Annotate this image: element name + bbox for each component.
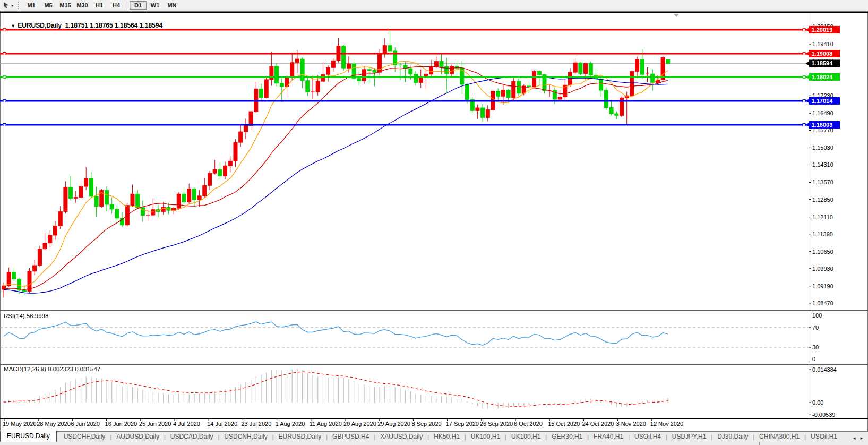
svg-text:0.014384: 0.014384 <box>812 366 837 373</box>
svg-text:1.16490: 1.16490 <box>812 110 833 116</box>
price-tag-1.16003: 1.16003 <box>806 121 840 129</box>
chart-tab-xauusd-daily[interactable]: XAUUSD,Daily <box>375 432 427 442</box>
svg-text:1.09930: 1.09930 <box>812 266 833 272</box>
svg-text:6 Jun 2020: 6 Jun 2020 <box>71 421 99 427</box>
timeframe-button-d1[interactable]: D1 <box>130 1 147 10</box>
svg-text:1.18024: 1.18024 <box>812 74 833 80</box>
chart-tab-uk100-h1[interactable]: UK100,H1 <box>506 432 545 442</box>
chart-tab-eurusd-daily[interactable]: EURUSD,Daily <box>0 431 57 442</box>
svg-text:1.18594: 1.18594 <box>812 60 833 66</box>
svg-text:1.13570: 1.13570 <box>812 179 833 185</box>
timeframe-button-m5[interactable]: M5 <box>40 1 57 10</box>
tab-scroll-right-icon[interactable]: ► <box>860 436 864 441</box>
svg-text:16 Jun 2020: 16 Jun 2020 <box>105 421 137 427</box>
status-strip <box>0 442 868 445</box>
svg-text:15 Oct 2020: 15 Oct 2020 <box>548 421 580 427</box>
timeframe-button-m1[interactable]: M1 <box>23 1 40 10</box>
chart-tab-china300-h1[interactable]: CHINA300,H1 <box>754 432 804 442</box>
svg-text:19 May 2020: 19 May 2020 <box>3 421 37 427</box>
timeframe-button-w1[interactable]: W1 <box>147 1 164 10</box>
svg-text:25 Jun 2020: 25 Jun 2020 <box>139 421 171 427</box>
chart-tab-usoil-h1[interactable]: USOil,H1 <box>806 432 842 442</box>
chart-tab-usdjpy-h1[interactable]: USDJPY,H1 <box>667 432 711 442</box>
svg-text:1.17014: 1.17014 <box>812 98 833 104</box>
timeframe-button-m30[interactable]: M30 <box>74 1 91 10</box>
svg-text:1.08470: 1.08470 <box>812 300 833 306</box>
chart-canvas[interactable]: 1.201501.194101.186901.179501.172301.164… <box>0 11 868 432</box>
svg-text:28 May 2020: 28 May 2020 <box>37 421 71 427</box>
svg-text:1.16003: 1.16003 <box>812 122 833 128</box>
timeframe-button-h4[interactable]: H4 <box>108 1 125 10</box>
chart-tab-audusd-daily[interactable]: AUDUSD,Daily <box>111 432 164 442</box>
svg-text:0: 0 <box>812 356 815 362</box>
svg-text:3 Nov 2020: 3 Nov 2020 <box>616 421 646 427</box>
svg-text:29 Aug 2020: 29 Aug 2020 <box>377 421 410 427</box>
timeframe-button-h1[interactable]: H1 <box>91 1 108 10</box>
chart-tab-uk100-h1[interactable]: UK100,H1 <box>466 432 505 442</box>
svg-text:1.10650: 1.10650 <box>812 249 833 255</box>
price-tag-1.18024: 1.18024 <box>806 73 840 81</box>
chart-tab-hk50-h1[interactable]: HK50,H1 <box>429 432 465 442</box>
chart-tab-usdchf-daily[interactable]: USDCHF,Daily <box>59 432 110 442</box>
svg-text:1.09190: 1.09190 <box>812 283 833 289</box>
chart-tab-bar: EURUSD,DailyUSDCHF,Daily|AUDUSD,Daily|US… <box>0 432 868 442</box>
svg-text:1.14310: 1.14310 <box>812 161 833 168</box>
svg-text:4 Jul 2020: 4 Jul 2020 <box>173 421 200 427</box>
toolbar-separator <box>127 2 127 10</box>
chart-tab-fra40-h1[interactable]: FRA40,H1 <box>589 432 628 442</box>
svg-text:17 Sep 2020: 17 Sep 2020 <box>446 421 479 427</box>
toolbar-grip-handle[interactable] <box>18 2 19 9</box>
svg-text:1.12850: 1.12850 <box>812 196 833 203</box>
svg-text:1.15030: 1.15030 <box>812 144 833 151</box>
chart-tab-usdcad-daily[interactable]: USDCAD,Daily <box>166 432 218 442</box>
svg-text:1.11390: 1.11390 <box>812 231 833 237</box>
chart-tab-ger30-h1[interactable]: GER30,H1 <box>547 432 587 442</box>
svg-text:12 Nov 2020: 12 Nov 2020 <box>650 421 683 427</box>
svg-text:1.19008: 1.19008 <box>812 50 833 57</box>
svg-text:23 Jul 2020: 23 Jul 2020 <box>241 421 271 427</box>
svg-text:6 Oct 2020: 6 Oct 2020 <box>514 421 543 427</box>
svg-text:20 Aug 2020: 20 Aug 2020 <box>343 421 376 427</box>
svg-text:8 Sep 2020: 8 Sep 2020 <box>411 421 441 427</box>
svg-text:26 Sep 2020: 26 Sep 2020 <box>480 421 513 427</box>
timeframe-button-group: M1M5M15M30H1H4D1W1MN <box>23 0 181 11</box>
svg-text:-0.00539: -0.00539 <box>812 412 835 418</box>
chart-window: 1.201501.194101.186901.179501.172301.164… <box>0 11 868 432</box>
timeframe-button-m15[interactable]: M15 <box>57 1 74 10</box>
svg-text:11 Aug 2020: 11 Aug 2020 <box>310 421 342 427</box>
chart-tab-dj30-daily[interactable]: DJ30,Daily <box>712 432 753 442</box>
svg-text:1.20019: 1.20019 <box>812 27 833 33</box>
chart-tab-eurusd-daily[interactable]: EURUSD,Daily <box>274 432 326 442</box>
svg-text:1.19410: 1.19410 <box>812 41 833 47</box>
price-tag-1.19008: 1.19008 <box>806 50 840 57</box>
svg-text:14 Jul 2020: 14 Jul 2020 <box>207 421 237 427</box>
price-tag-1.17014: 1.17014 <box>806 97 840 105</box>
cursor-dropdown-caret-icon[interactable]: ▾ <box>11 3 13 8</box>
chart-tab-usdcnh-daily[interactable]: USDCNH,Daily <box>219 432 272 442</box>
timeframe-button-mn[interactable]: MN <box>164 1 181 10</box>
chart-tab-usoil-h4[interactable]: USOil,H4 <box>630 432 666 442</box>
svg-text:1.12110: 1.12110 <box>812 214 833 220</box>
svg-text:24 Oct 2020: 24 Oct 2020 <box>582 421 614 427</box>
svg-text:30: 30 <box>812 344 819 350</box>
chart-tab-gbpusd-h4[interactable]: GBPUSD,H4 <box>328 432 374 442</box>
tab-scroll-left-icon[interactable]: ◄ <box>852 436 856 441</box>
price-tag-1.20019: 1.20019 <box>806 26 840 33</box>
svg-text:100: 100 <box>812 312 822 319</box>
svg-text:0.00: 0.00 <box>812 399 823 406</box>
tab-scroll-controls: ◄ ► <box>852 436 868 442</box>
toolbar: ▾ M1M5M15M30H1H4D1W1MN <box>0 0 868 11</box>
svg-text:70: 70 <box>812 324 819 331</box>
current-price-tag: 1.18594 <box>806 59 840 67</box>
svg-text:1 Aug 2020: 1 Aug 2020 <box>276 421 305 427</box>
cursor-tool-icon[interactable] <box>2 1 11 10</box>
